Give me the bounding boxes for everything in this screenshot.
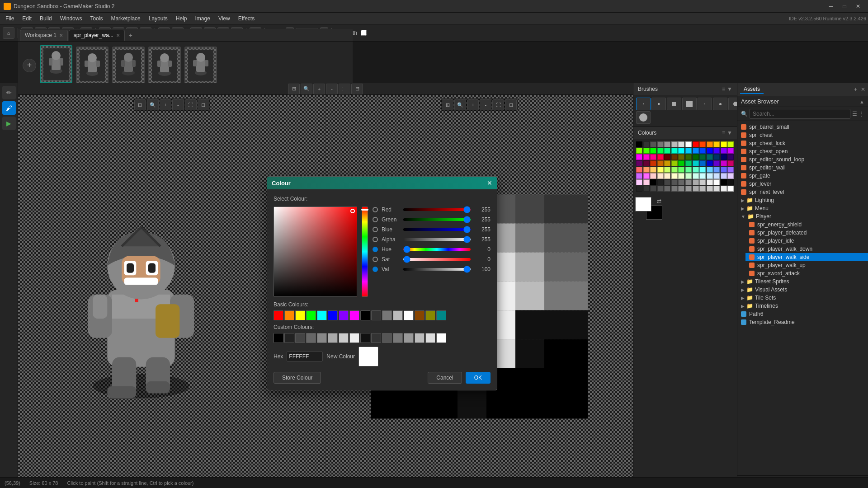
colours-menu-icon[interactable]: ≡: [722, 130, 725, 136]
palette-cell[interactable]: [727, 167, 734, 173]
palette-cell[interactable]: [671, 148, 678, 154]
custom-colour-cell[interactable]: [295, 333, 305, 343]
hex-input[interactable]: [287, 352, 323, 361]
palette-cell[interactable]: [727, 160, 734, 166]
palette-cell[interactable]: [727, 179, 734, 185]
brushes-header[interactable]: Brushes ≡ ▼: [633, 83, 737, 95]
right-fit-btn[interactable]: ⛶: [492, 99, 504, 110]
palette-cell[interactable]: [657, 179, 664, 185]
left-grid-btn[interactable]: ⊞: [134, 99, 146, 110]
palette-cell[interactable]: [643, 141, 650, 147]
store-colour-button[interactable]: Store Colour: [274, 372, 321, 384]
blue-slider[interactable]: [403, 228, 471, 231]
menu-view[interactable]: View: [215, 14, 234, 23]
palette-cell[interactable]: [713, 186, 720, 192]
ok-button[interactable]: OK: [466, 372, 491, 384]
palette-cell[interactable]: [678, 141, 684, 147]
asset-browser-collapse[interactable]: ▲: [859, 99, 864, 104]
folder-lighting[interactable]: ▶ 📁 Lighting: [737, 196, 868, 204]
folder-tileset[interactable]: ▶ 📁 Tileset Sprites: [737, 277, 868, 286]
palette-cell[interactable]: [657, 154, 664, 160]
custom-colour-cell[interactable]: [328, 333, 338, 343]
custom-colour-cell[interactable]: [436, 333, 446, 343]
colour-dialog[interactable]: Colour ✕ Select Colour:: [267, 176, 497, 390]
palette-cell[interactable]: [671, 173, 678, 179]
colours-header[interactable]: Colours ≡ ▼: [633, 127, 737, 139]
frame-4[interactable]: [148, 47, 181, 84]
palette-cell[interactable]: [685, 141, 692, 147]
palette-cell[interactable]: [713, 173, 720, 179]
custom-colour-cell[interactable]: [284, 333, 294, 343]
tree-item-spr-walk-up[interactable]: spr_player_walk_up: [745, 261, 868, 269]
basic-colour-cell[interactable]: [339, 310, 349, 320]
palette-cell[interactable]: [693, 160, 699, 166]
folder-visual[interactable]: ▶ 📁 Visual Assets: [737, 286, 868, 294]
palette-cell[interactable]: [643, 154, 650, 160]
menu-build[interactable]: Build: [36, 14, 56, 23]
palette-cell[interactable]: [693, 167, 699, 173]
palette-cell[interactable]: [721, 186, 727, 192]
palette-cell[interactable]: [707, 148, 713, 154]
tab-workspace1-close[interactable]: ✕: [59, 33, 63, 38]
palette-cell[interactable]: [721, 167, 727, 173]
palette-cell[interactable]: [699, 148, 706, 154]
palette-cell[interactable]: [636, 141, 642, 147]
basic-colour-cell[interactable]: [371, 310, 381, 320]
tool-pencil[interactable]: ✏: [2, 86, 16, 99]
tool-brush[interactable]: 🖌: [2, 101, 16, 115]
palette-cell[interactable]: [636, 154, 642, 160]
frame-5[interactable]: [184, 47, 217, 84]
palette-cell[interactable]: [650, 179, 656, 185]
brushes-menu-icon[interactable]: ≡: [722, 86, 725, 92]
palette-cell[interactable]: [693, 179, 699, 185]
close-button[interactable]: ✕: [852, 0, 864, 13]
palette-cell[interactable]: [693, 173, 699, 179]
palette-cell[interactable]: [707, 141, 713, 147]
palette-cell[interactable]: [713, 141, 720, 147]
brush-4px-sq[interactable]: [667, 98, 681, 110]
foreground-colour-swatch[interactable]: [635, 197, 651, 211]
palette-cell[interactable]: [664, 179, 670, 185]
colours-expand-icon[interactable]: ▼: [727, 130, 732, 136]
menu-effects[interactable]: Effects: [235, 14, 258, 23]
tab-workspace1[interactable]: Workspace 1 ✕: [20, 30, 68, 41]
frame-3[interactable]: [112, 47, 145, 84]
palette-cell[interactable]: [650, 186, 656, 192]
canvas-zoom-out[interactable]: 🔍: [301, 84, 312, 94]
palette-cell[interactable]: [721, 160, 727, 166]
cancel-button[interactable]: Cancel: [428, 372, 462, 384]
tree-item-spr-editor-wall[interactable]: spr_editor_wall: [737, 164, 868, 172]
assets-close-button[interactable]: ✕: [861, 86, 865, 93]
alpha-radio[interactable]: [373, 237, 378, 242]
palette-cell[interactable]: [727, 186, 734, 192]
custom-colour-cell[interactable]: [382, 333, 392, 343]
palette-cell[interactable]: [685, 160, 692, 166]
basic-colour-cell[interactable]: [284, 310, 294, 320]
brush-2px[interactable]: [651, 98, 666, 110]
palette-cell[interactable]: [664, 186, 670, 192]
menu-help[interactable]: Help: [172, 14, 191, 23]
custom-colour-cell[interactable]: [425, 333, 435, 343]
custom-colour-cell[interactable]: [274, 333, 283, 343]
brush-2px-r[interactable]: [713, 98, 727, 110]
palette-cell[interactable]: [650, 160, 656, 166]
palette-cell[interactable]: [643, 167, 650, 173]
palette-cell[interactable]: [636, 148, 642, 154]
right-zoom-out-btn[interactable]: 🔍: [454, 99, 466, 110]
palette-cell[interactable]: [664, 148, 670, 154]
basic-colour-cell[interactable]: [306, 310, 316, 320]
brush-8px-sq[interactable]: [682, 98, 697, 110]
folder-timelines[interactable]: ▶ 📁 Timelines: [737, 302, 868, 310]
palette-cell[interactable]: [693, 154, 699, 160]
palette-cell[interactable]: [727, 154, 734, 160]
tool-play-anim[interactable]: ▶: [2, 117, 16, 130]
right-zoom-out2-btn[interactable]: -: [480, 99, 491, 110]
palette-cell[interactable]: [643, 173, 650, 179]
palette-cell[interactable]: [721, 141, 727, 147]
tree-item-spr-gate[interactable]: spr_gate: [737, 172, 868, 180]
hue-slider[interactable]: [403, 248, 471, 251]
palette-cell[interactable]: [643, 179, 650, 185]
palette-cell[interactable]: [699, 167, 706, 173]
maximize-button[interactable]: □: [838, 0, 851, 13]
tab-add-button[interactable]: +: [126, 30, 136, 40]
